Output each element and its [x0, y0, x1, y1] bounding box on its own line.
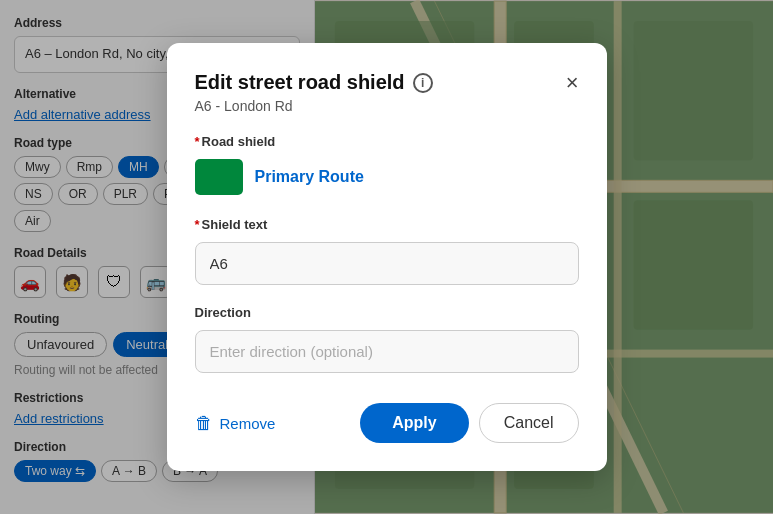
modal-title: Edit street road shield i — [195, 71, 433, 94]
modal-overlay: Edit street road shield i × A6 - London … — [0, 0, 773, 514]
road-shield-field-label: *Road shield — [195, 134, 579, 149]
shield-text-input[interactable] — [195, 242, 579, 285]
primary-route-label[interactable]: Primary Route — [255, 168, 364, 186]
modal-header: Edit street road shield i × — [195, 71, 579, 94]
remove-button[interactable]: 🗑 Remove — [195, 413, 276, 434]
cancel-button[interactable]: Cancel — [479, 403, 579, 443]
road-shield-required: * — [195, 134, 200, 149]
shield-text-required: * — [195, 217, 200, 232]
shield-box[interactable] — [195, 159, 243, 195]
shield-text-field-label: *Shield text — [195, 217, 579, 232]
trash-icon: 🗑 — [195, 413, 213, 434]
modal-footer: 🗑 Remove Apply Cancel — [195, 403, 579, 443]
edit-modal: Edit street road shield i × A6 - London … — [167, 43, 607, 471]
shield-row: Primary Route — [195, 159, 579, 195]
apply-button[interactable]: Apply — [360, 403, 468, 443]
direction-field-label: Direction — [195, 305, 579, 320]
direction-input[interactable] — [195, 330, 579, 373]
footer-right: Apply Cancel — [360, 403, 578, 443]
info-icon[interactable]: i — [413, 73, 433, 93]
modal-subtitle: A6 - London Rd — [195, 98, 579, 114]
close-button[interactable]: × — [566, 72, 579, 94]
